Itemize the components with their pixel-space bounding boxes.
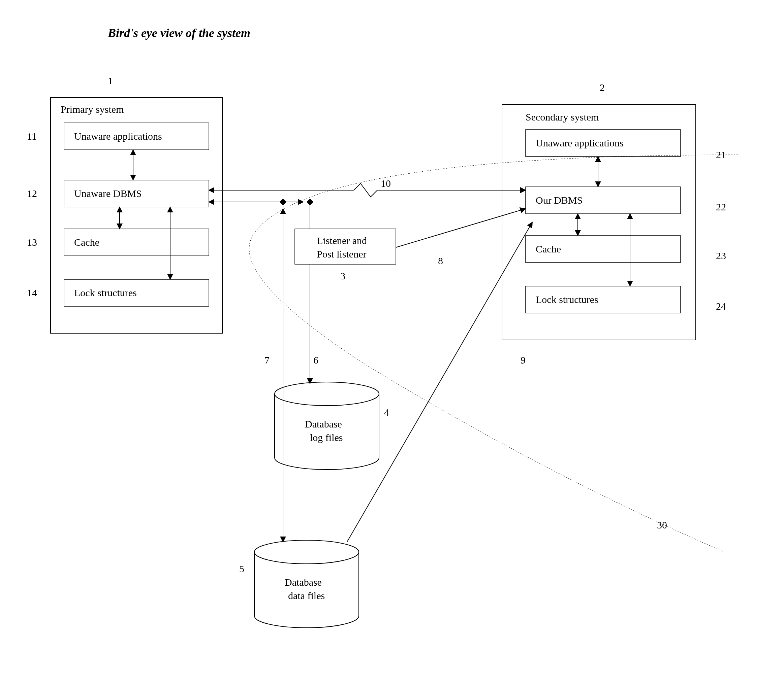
label-30: 30 — [657, 519, 667, 530]
primary-dbms-label: Unaware DBMS — [74, 188, 142, 199]
primary-cache-label: Cache — [74, 236, 99, 248]
label-6: 6 — [313, 355, 318, 366]
label-11: 11 — [27, 131, 37, 142]
data-line1: Database — [285, 576, 322, 588]
primary-system-group: Primary system Unaware applications Unaw… — [51, 98, 222, 333]
label-12: 12 — [27, 188, 37, 199]
label-10: 10 — [381, 178, 391, 189]
label-21: 21 — [716, 149, 726, 160]
arrow-10-zigzag — [209, 184, 525, 197]
label-7: 7 — [265, 355, 270, 366]
label-24: 24 — [716, 300, 726, 312]
diagram-title: Bird's eye view of the system — [107, 26, 250, 40]
log-cylinder-group: Database log files — [275, 382, 379, 470]
secondary-dbms-label: Our DBMS — [536, 195, 583, 206]
secondary-system-title: Secondary system — [525, 112, 599, 123]
data-cyl-top — [254, 540, 359, 564]
secondary-locks-label: Lock structures — [536, 294, 598, 305]
label-14: 14 — [27, 287, 37, 298]
primary-locks-label: Lock structures — [74, 287, 137, 298]
log-cyl-top — [275, 382, 379, 406]
label-13: 13 — [27, 236, 37, 248]
label-22: 22 — [716, 201, 726, 212]
label-4: 4 — [384, 407, 389, 418]
data-line2: data files — [288, 590, 325, 601]
primary-apps-label: Unaware applications — [74, 131, 162, 142]
secondary-cache-label: Cache — [536, 243, 561, 255]
listener-group: Listener and Post listener — [295, 229, 396, 264]
label-3: 3 — [340, 270, 345, 281]
label-8: 8 — [438, 255, 443, 266]
label-5: 5 — [239, 563, 244, 574]
label-23: 23 — [716, 250, 726, 261]
arrow-9 — [347, 222, 532, 542]
data-cylinder-group: Database data files — [254, 540, 359, 628]
label-2: 2 — [600, 82, 605, 93]
secondary-apps-label: Unaware applications — [536, 137, 624, 148]
listener-line2: Post listener — [317, 248, 367, 259]
log-line1: Database — [305, 419, 342, 430]
label-1: 1 — [108, 75, 113, 86]
label-9: 9 — [520, 355, 525, 366]
secondary-system-group: Secondary system Unaware applications Ou… — [502, 104, 696, 340]
listener-line1: Listener and — [317, 235, 367, 246]
log-line2: log files — [310, 432, 343, 443]
diagram-canvas: Bird's eye view of the system Primary sy… — [0, 0, 784, 688]
primary-system-title: Primary system — [61, 103, 124, 115]
